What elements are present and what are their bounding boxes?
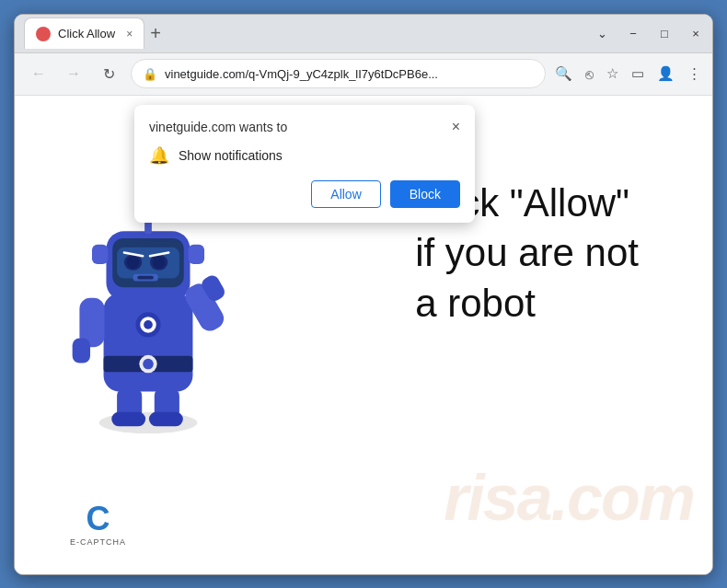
svg-point-9 [127,256,140,269]
back-button[interactable]: ← [26,61,52,86]
svg-rect-15 [137,275,153,279]
tab-area: Click Allow × + [24,17,161,49]
notif-title: vinetguide.com wants to [149,120,287,134]
captcha-label: E-CAPTCHA [70,537,126,547]
svg-point-31 [144,320,153,329]
watermark-text: risa.com [444,453,694,537]
address-input[interactable]: 🔒 vinetguide.com/q-VmQj-9_yC4zplk_lI7y6t… [131,59,546,88]
reload-button[interactable]: ↻ [96,61,121,86]
svg-point-11 [153,256,166,269]
forward-button[interactable]: → [61,61,87,86]
address-bar: ← → ↻ 🔒 vinetguide.com/q-VmQj-9_yC4zplk_… [15,53,712,96]
share-icon[interactable]: ⎋ [585,66,594,82]
window-controls: ⌄ − □ × [594,26,703,40]
browser-tab[interactable]: Click Allow × [24,17,144,49]
tab-label: Click Allow [58,27,115,40]
close-button[interactable]: × [688,26,703,40]
tab-favicon [36,27,51,41]
minimize-button[interactable]: − [626,26,640,40]
main-text-line2: if you are not [415,228,639,279]
address-bar-icons: 🔍 ⎋ ☆ ▭ 👤 ⋮ [555,65,701,82]
tab-close-button[interactable]: × [126,28,133,40]
captcha-c-icon: C [87,502,110,536]
maximize-button[interactable]: □ [657,26,672,40]
svg-rect-27 [111,411,145,426]
svg-point-4 [143,358,154,369]
svg-rect-28 [149,411,183,426]
menu-icon[interactable]: ⋮ [687,65,701,82]
svg-rect-19 [92,244,108,263]
svg-rect-22 [73,338,90,363]
notif-row-text: Show notifications [179,148,283,163]
new-tab-button[interactable]: + [150,24,161,42]
page-content: risa.com [15,96,712,574]
lock-icon: 🔒 [143,67,157,81]
notification-popup: vinetguide.com wants to × 🔔 Show notific… [134,105,475,223]
svg-rect-1 [104,294,193,392]
title-bar: Click Allow × + ⌄ − □ × [15,15,712,53]
main-text-line3: a robot [415,279,639,329]
svg-rect-20 [189,244,204,263]
notif-close-button[interactable]: × [452,120,460,134]
notif-buttons: Allow Block [149,180,460,208]
browser-window: Click Allow × + ⌄ − □ × ← → ↻ 🔒 vinetgui… [14,14,713,575]
notif-row: 🔔 Show notifications [149,145,460,166]
profile-icon[interactable]: 👤 [657,65,675,82]
collapse-button[interactable]: ⌄ [594,26,609,40]
url-text: vinetguide.com/q-VmQj-9_yC4zplk_lI7y6tDc… [165,67,534,81]
bell-icon: 🔔 [149,145,169,166]
search-icon[interactable]: 🔍 [555,65,572,82]
allow-button[interactable]: Allow [311,180,380,208]
block-button[interactable]: Block [390,180,460,208]
bookmark-icon[interactable]: ☆ [606,65,618,82]
extensions-icon[interactable]: ▭ [631,65,644,82]
captcha-logo: C E-CAPTCHA [70,502,126,547]
notif-header: vinetguide.com wants to × [149,120,460,134]
